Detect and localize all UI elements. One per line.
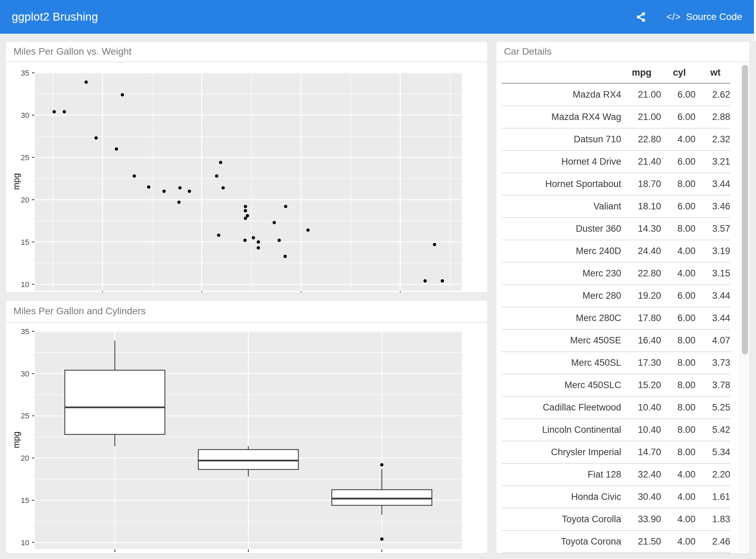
mpg-value: 22.80: [621, 262, 661, 285]
cyl-value: 4.00: [661, 508, 695, 530]
cyl-value: 6.00: [661, 195, 695, 218]
cyl-value: 8.00: [661, 352, 695, 374]
cyl-value: 6.00: [661, 84, 695, 106]
car-name: Merc 450SLC: [502, 374, 621, 396]
column-header-mpg: mpg: [621, 62, 661, 84]
svg-text:25: 25: [21, 412, 29, 420]
header-actions: </> Source Code: [635, 11, 742, 23]
wt-value: 2.20: [695, 463, 730, 486]
wt-value: 4.07: [695, 329, 730, 352]
table-row: Hornet Sportabout18.708.003.44: [502, 173, 730, 195]
scatter-card: Miles Per Gallon vs. Weight 101520253035…: [6, 41, 488, 293]
car-table: mpgcylwt Mazda RX421.006.002.62Mazda RX4…: [502, 62, 730, 553]
cyl-value: 8.00: [661, 441, 695, 463]
car-name: Merc 280: [502, 285, 621, 307]
car-table-body: Mazda RX421.006.002.62Mazda RX4 Wag21.00…: [502, 84, 730, 553]
svg-text:20: 20: [21, 196, 29, 204]
app-header: ggplot2 Brushing </> Source Code: [0, 0, 754, 34]
mpg-value: 19.20: [621, 285, 661, 307]
app-title: ggplot2 Brushing: [12, 10, 98, 23]
cyl-value: 4.00: [661, 128, 695, 151]
table-row: Valiant18.106.003.46: [502, 195, 730, 218]
car-name: Toyota Corona: [502, 530, 621, 553]
svg-text:mpg: mpg: [11, 173, 21, 190]
mpg-value: 18.70: [621, 173, 661, 195]
table-row: Merc 23022.804.003.15: [502, 262, 730, 285]
source-code-label: Source Code: [686, 11, 742, 22]
cyl-value: 4.00: [661, 463, 695, 486]
car-name: Merc 240D: [502, 240, 621, 262]
table-row: Merc 450SE16.408.004.07: [502, 329, 730, 352]
table-row: Merc 240D24.404.003.19: [502, 240, 730, 262]
table-row: Toyota Corona21.504.002.46: [502, 530, 730, 553]
scatter-card-title: Miles Per Gallon vs. Weight: [6, 42, 487, 62]
svg-text:25: 25: [21, 153, 29, 162]
svg-text:10: 10: [21, 538, 29, 547]
svg-text:35: 35: [21, 69, 29, 77]
page-scrollbar-gutter: [754, 0, 756, 41]
mpg-value: 21.40: [621, 151, 661, 173]
row-name-column-header: [502, 62, 621, 84]
mpg-vs-weight-scatter-plot[interactable]: 1015202530352345mpg: [6, 62, 487, 293]
car-name: Hornet 4 Drive: [502, 151, 621, 173]
mpg-value: 21.00: [621, 84, 661, 106]
table-row: Duster 36014.308.003.57: [502, 218, 730, 240]
wt-value: 3.78: [695, 374, 730, 396]
wt-value: 3.44: [695, 285, 730, 307]
wt-value: 3.19: [695, 240, 730, 262]
boxplot-card-title: Miles Per Gallon and Cylinders: [6, 300, 487, 322]
car-name: Fiat 128: [502, 463, 621, 486]
cyl-value: 8.00: [661, 218, 695, 240]
table-row: Toyota Corolla33.904.001.83: [502, 508, 730, 530]
table-row: Merc 450SLC15.208.003.78: [502, 374, 730, 396]
svg-text:35: 35: [21, 327, 29, 336]
mpg-by-cylinders-boxplot[interactable]: 101520253035468mpg: [6, 322, 487, 553]
car-name: Merc 450SE: [502, 329, 621, 352]
car-name: Cadillac Fleetwood: [502, 396, 621, 419]
table-row: Merc 28019.206.003.44: [502, 285, 730, 307]
code-icon: </>: [667, 12, 681, 22]
cyl-value: 8.00: [661, 396, 695, 419]
car-name: Merc 230: [502, 262, 621, 285]
mpg-value: 14.30: [621, 218, 661, 240]
mpg-value: 22.80: [621, 128, 661, 151]
car-name: Merc 280C: [502, 307, 621, 329]
wt-value: 3.44: [695, 307, 730, 329]
svg-text:15: 15: [21, 496, 29, 505]
car-name: Datsun 710: [502, 128, 621, 151]
wt-value: 2.46: [695, 530, 730, 553]
wt-value: 3.57: [695, 218, 730, 240]
table-row: Fiat 12832.404.002.20: [502, 463, 730, 486]
svg-text:30: 30: [21, 370, 29, 378]
table-row: Merc 280C17.806.003.44: [502, 307, 730, 329]
table-scrollbar-thumb[interactable]: [742, 65, 748, 354]
cyl-value: 6.00: [661, 106, 695, 128]
table-row: Lincoln Continental10.408.005.42: [502, 419, 730, 441]
car-name: Mazda RX4 Wag: [502, 106, 621, 128]
share-icon[interactable]: [635, 11, 647, 23]
svg-text:30: 30: [21, 111, 29, 120]
car-name: Mazda RX4: [502, 84, 621, 106]
table-row: Hornet 4 Drive21.406.003.21: [502, 151, 730, 173]
mpg-value: 17.80: [621, 307, 661, 329]
car-name: Chrysler Imperial: [502, 441, 621, 463]
wt-value: 5.42: [695, 419, 730, 441]
source-code-link[interactable]: </> Source Code: [667, 11, 742, 22]
table-row: Mazda RX4 Wag21.006.002.88: [502, 106, 730, 128]
svg-text:15: 15: [21, 238, 29, 246]
car-name: Toyota Corolla: [502, 508, 621, 530]
wt-value: 2.88: [695, 106, 730, 128]
cyl-value: 4.00: [661, 240, 695, 262]
cyl-value: 6.00: [661, 285, 695, 307]
car-name: Valiant: [502, 195, 621, 218]
table-row: Merc 450SL17.308.003.73: [502, 352, 730, 374]
car-details-card-title: Car Details: [496, 42, 749, 62]
svg-text:10: 10: [21, 280, 29, 289]
svg-text:mpg: mpg: [11, 431, 21, 448]
car-table-scroll-area[interactable]: mpgcylwt Mazda RX421.006.002.62Mazda RX4…: [496, 62, 749, 553]
mpg-value: 10.40: [621, 396, 661, 419]
cyl-value: 6.00: [661, 307, 695, 329]
table-row: Cadillac Fleetwood10.408.005.25: [502, 396, 730, 419]
wt-value: 3.44: [695, 173, 730, 195]
mpg-value: 10.40: [621, 419, 661, 441]
